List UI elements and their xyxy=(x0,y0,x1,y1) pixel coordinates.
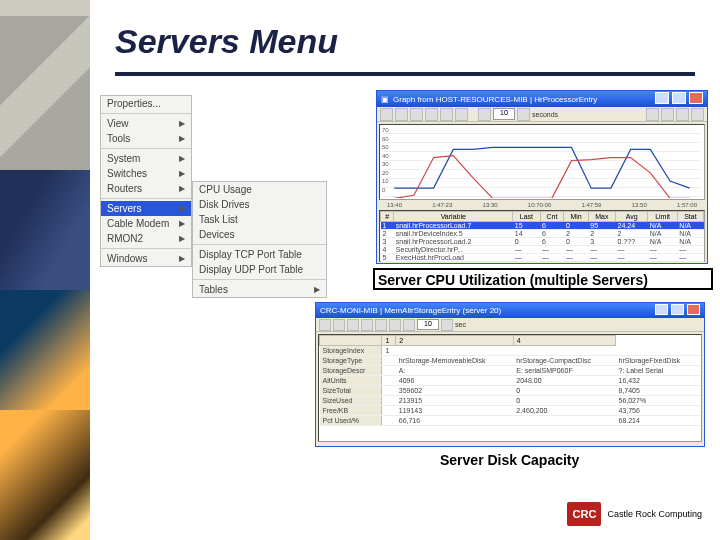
menu-item[interactable]: Cable Modem▶ xyxy=(101,216,191,231)
tool-icon xyxy=(478,108,491,121)
menu-item[interactable]: Servers▶ xyxy=(101,201,191,216)
tool-icon xyxy=(395,108,408,121)
brand-text: Castle Rock Computing xyxy=(607,509,702,519)
tool-icon xyxy=(425,108,438,121)
menu-item[interactable]: Properties... xyxy=(101,96,191,111)
chart-icon: ▣ xyxy=(381,95,389,104)
toolbar[interactable]: 10 seconds xyxy=(377,107,707,122)
menu-item[interactable]: Switches▶ xyxy=(101,166,191,181)
window-title: CRC-MONI-MIB | MemAllrStorageEntry (serv… xyxy=(320,306,501,315)
window-title: Graph from HOST-RESOURCES-MIB | HrProces… xyxy=(393,95,597,104)
tool-icon xyxy=(676,108,689,121)
tool-icon xyxy=(661,108,674,121)
close-button[interactable] xyxy=(689,92,703,104)
tool-icon xyxy=(691,108,704,121)
context-menu: Properties...View▶Tools▶System▶Switches▶… xyxy=(100,95,192,267)
maximize-button[interactable] xyxy=(672,92,686,104)
titlebar[interactable]: CRC-MONI-MIB | MemAllrStorageEntry (serv… xyxy=(316,303,704,318)
menu-item[interactable]: RMON2▶ xyxy=(101,231,191,246)
tool-icon xyxy=(455,108,468,121)
data-grid[interactable]: #VariableLastCntMinMaxAvgLimitStat1snail… xyxy=(379,210,705,262)
toolbar[interactable]: 10 sec xyxy=(316,318,704,332)
submenu-item[interactable]: Display TCP Port Table xyxy=(193,247,326,262)
menu-col-2: CPU UsageDisk DrivesTask ListDevicesDisp… xyxy=(192,181,327,298)
page-title: Servers Menu xyxy=(115,22,338,61)
cpu-graph-window: ▣ Graph from HOST-RESOURCES-MIB | HrProc… xyxy=(376,90,708,264)
footer-brand: CRC Castle Rock Computing xyxy=(567,502,702,526)
maximize-button[interactable] xyxy=(671,304,684,315)
minimize-button[interactable] xyxy=(655,92,669,104)
crc-logo: CRC xyxy=(567,502,601,526)
x-axis-labels: 13:401:47:2313:3010:70:001:47:5913:501:5… xyxy=(377,202,707,208)
interval-field[interactable]: 10 xyxy=(417,319,439,330)
storage-grid[interactable]: 124StorageIndex1StorageTypehrStorage-Mem… xyxy=(318,334,702,442)
tool-icon xyxy=(646,108,659,121)
submenu-item[interactable]: Devices xyxy=(193,227,326,242)
interval-field[interactable]: 10 xyxy=(493,108,515,120)
decorative-sidebar xyxy=(0,0,90,540)
close-button[interactable] xyxy=(687,304,700,315)
minimize-button[interactable] xyxy=(655,304,668,315)
storage-window: CRC-MONI-MIB | MemAllrStorageEntry (serv… xyxy=(315,302,705,447)
tool-icon xyxy=(517,108,530,121)
submenu-item[interactable]: Display UDP Port Table xyxy=(193,262,326,277)
interval-unit: seconds xyxy=(532,111,558,118)
tool-icon xyxy=(440,108,453,121)
chart-area: 706050403020100 xyxy=(379,124,705,200)
menu-item[interactable]: Routers▶ xyxy=(101,181,191,196)
tool-icon xyxy=(410,108,423,121)
submenu-item[interactable]: Task List xyxy=(193,212,326,227)
menu-item[interactable]: View▶ xyxy=(101,116,191,131)
tool-icon xyxy=(380,108,393,121)
menu-col-1: Properties...View▶Tools▶System▶Switches▶… xyxy=(100,95,192,267)
submenu-item[interactable]: CPU Usage xyxy=(193,182,326,197)
submenu-item[interactable]: Tables▶ xyxy=(193,282,326,297)
title-underline xyxy=(115,72,695,76)
menu-item[interactable]: Tools▶ xyxy=(101,131,191,146)
menu-item[interactable]: System▶ xyxy=(101,151,191,166)
menu-item[interactable]: Windows▶ xyxy=(101,251,191,266)
chart-caption: Server CPU Utilization (multiple Servers… xyxy=(378,272,648,288)
storage-caption: Server Disk Capacity xyxy=(440,452,579,468)
submenu-item[interactable]: Disk Drives xyxy=(193,197,326,212)
titlebar[interactable]: ▣ Graph from HOST-RESOURCES-MIB | HrProc… xyxy=(377,91,707,107)
window-buttons xyxy=(654,92,703,106)
